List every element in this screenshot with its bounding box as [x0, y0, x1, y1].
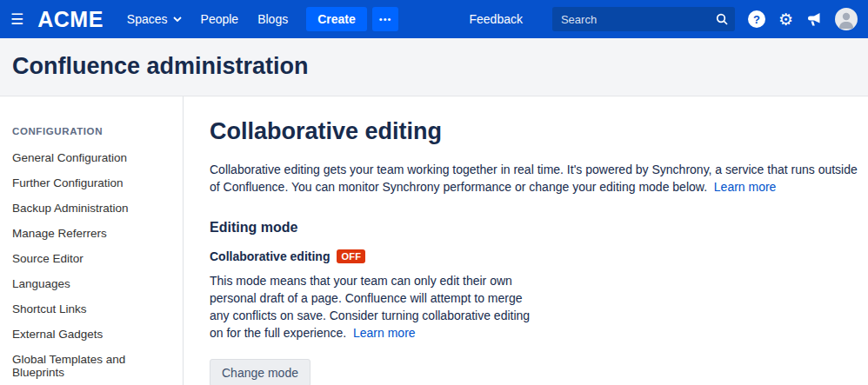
user-avatar[interactable] [835, 8, 858, 30]
sidebar-item-manage-referrers[interactable]: Manage Referrers [12, 221, 170, 246]
content-area: CONFIGURATION General Configuration Furt… [0, 96, 868, 385]
nav-right-group: Feedback ? ⚙ [459, 7, 858, 31]
nav-item-people[interactable]: People [201, 12, 239, 26]
megaphone-icon[interactable] [806, 12, 822, 27]
app-logo[interactable]: ACME [37, 7, 103, 32]
top-nav: ☰ ACME Spaces People Blogs Create ••• Fe… [0, 0, 868, 38]
change-mode-button[interactable]: Change mode [210, 359, 310, 385]
app-root: ☰ ACME Spaces People Blogs Create ••• Fe… [0, 0, 868, 385]
nav-item-spaces[interactable]: Spaces [127, 12, 182, 26]
main-content: Collaborative editing Collaborative edit… [184, 96, 868, 385]
nav-item-spaces-label: Spaces [127, 12, 168, 26]
intro-learn-more-link[interactable]: Learn more [714, 180, 777, 194]
mode-description-paragraph: This mode means that your team can only … [210, 272, 540, 342]
mode-status-badge: OFF [337, 249, 365, 263]
create-button[interactable]: Create [306, 7, 367, 31]
chevron-down-icon [173, 17, 182, 22]
mode-learn-more-link[interactable]: Learn more [353, 326, 416, 340]
hamburger-menu-icon[interactable]: ☰ [10, 12, 23, 27]
content-title: Collaborative editing [210, 118, 858, 145]
sidebar-item-source-editor[interactable]: Source Editor [12, 246, 170, 271]
sidebar-item-further-configuration[interactable]: Further Configuration [12, 170, 170, 196]
page-header: Confluence administration [0, 38, 868, 96]
intro-paragraph: Collaborative editing gets your team wor… [210, 161, 858, 196]
nav-item-blogs[interactable]: Blogs [257, 12, 288, 26]
sidebar-item-shortcut-links[interactable]: Shortcut Links [12, 296, 170, 322]
sidebar-section-title: CONFIGURATION [12, 126, 170, 136]
sidebar-item-external-gadgets[interactable]: External Gadgets [12, 322, 170, 347]
sidebar-item-general-configuration[interactable]: General Configuration [12, 145, 170, 170]
sidebar: CONFIGURATION General Configuration Furt… [0, 96, 184, 385]
gear-icon[interactable]: ⚙ [778, 11, 793, 28]
mode-row: Collaborative editing OFF [210, 249, 858, 263]
sidebar-item-backup-administration[interactable]: Backup Administration [12, 196, 170, 221]
search-input[interactable] [552, 7, 735, 31]
editing-mode-heading: Editing mode [210, 220, 858, 236]
search-box [552, 7, 735, 31]
mode-label: Collaborative editing [210, 249, 330, 263]
more-options-button[interactable]: ••• [372, 7, 399, 31]
page-title: Confluence administration [12, 53, 856, 80]
search-icon[interactable] [716, 13, 728, 29]
sidebar-item-languages[interactable]: Languages [12, 271, 170, 296]
help-icon[interactable]: ? [748, 10, 765, 28]
sidebar-item-global-templates-and-blueprints[interactable]: Global Templates and Blueprints [12, 347, 170, 385]
feedback-link[interactable]: Feedback [469, 12, 522, 26]
